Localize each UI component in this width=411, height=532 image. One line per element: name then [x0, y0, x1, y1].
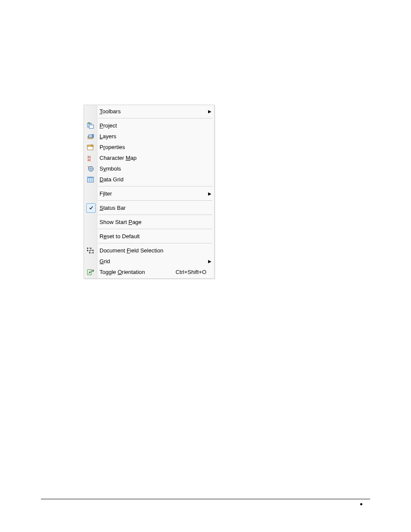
- menu-item-label: Toolbars: [100, 108, 206, 115]
- menu-item-layers[interactable]: Layers: [84, 131, 214, 142]
- svg-text:λΣ: λΣ: [87, 156, 91, 159]
- menu-item-status-bar[interactable]: Status Bar: [84, 202, 214, 213]
- menu-item-label: Layers: [100, 133, 206, 140]
- menu-separator: [98, 228, 214, 230]
- menu-item-shortcut: Ctrl+Shift+O: [168, 269, 206, 275]
- footer-bullet: [360, 503, 362, 505]
- submenu-arrow-icon: ▶: [208, 109, 212, 114]
- field-selection-icon: [87, 247, 94, 254]
- menu-item-doc-field-selection[interactable]: Document Field Selection: [84, 245, 214, 256]
- menu-item-reset-default[interactable]: Reset to Default: [84, 231, 214, 242]
- menu-separator: [98, 186, 214, 187]
- menu-item-project[interactable]: Project: [84, 120, 214, 131]
- menu-item-data-grid[interactable]: Data Grid: [84, 174, 214, 185]
- svg-text:λΣ: λΣ: [87, 159, 91, 162]
- menu-item-label: Character Map: [100, 155, 206, 161]
- svg-rect-15: [87, 248, 88, 249]
- toggle-orientation-icon: [87, 269, 94, 276]
- menu-separator: [98, 214, 214, 216]
- menu-item-label: Filter: [100, 190, 206, 197]
- menu-item-filter[interactable]: Filter ▶: [84, 188, 214, 199]
- svg-rect-2: [88, 122, 90, 124]
- menu-item-label: Show Start Page: [100, 219, 206, 225]
- submenu-arrow-icon: ▶: [208, 259, 212, 264]
- properties-icon: [87, 144, 94, 151]
- menu-item-label: Properties: [100, 144, 206, 150]
- svg-rect-18: [93, 250, 93, 251]
- menu-item-label: Symbols: [100, 165, 206, 172]
- svg-rect-20: [93, 252, 93, 253]
- svg-rect-17: [87, 250, 88, 251]
- menu-item-grid[interactable]: Grid ▶: [84, 256, 214, 267]
- svg-rect-14: [90, 250, 93, 253]
- menu-item-label: Status Bar: [100, 205, 206, 211]
- menu-item-toolbars[interactable]: Toolbars ▶: [84, 106, 214, 117]
- menu-item-label: Reset to Default: [100, 233, 206, 240]
- menu-item-label: Project: [100, 122, 206, 129]
- layers-icon: [87, 133, 94, 140]
- svg-rect-19: [89, 252, 90, 253]
- submenu-arrow-icon: ▶: [208, 192, 212, 196]
- character-map-icon: λΣλΣ: [87, 155, 94, 162]
- menu-item-label: Data Grid: [100, 176, 206, 183]
- menu-separator: [98, 118, 214, 119]
- menu-item-label: Document Field Selection: [100, 247, 206, 254]
- menu-item-character-map[interactable]: λΣλΣ Character Map: [84, 152, 214, 163]
- footer-rule: [41, 499, 370, 499]
- menu-item-label: Toggle Orientation: [100, 269, 168, 275]
- menu-separator: [98, 243, 214, 244]
- menu-separator: [98, 200, 214, 202]
- view-menu: Toolbars ▶ Project Layers Properties λΣλ…: [84, 105, 215, 279]
- menu-item-label: Grid: [100, 258, 206, 264]
- data-grid-icon: [87, 176, 94, 183]
- svg-rect-13: [87, 248, 91, 251]
- symbols-icon: [87, 165, 94, 172]
- project-icon: [87, 122, 94, 129]
- menu-item-symbols[interactable]: Symbols: [84, 163, 214, 174]
- menu-item-properties[interactable]: Properties: [84, 142, 214, 152]
- checkmark-icon: [86, 203, 96, 213]
- svg-rect-16: [90, 248, 91, 249]
- svg-rect-5: [92, 134, 93, 137]
- svg-rect-1: [89, 125, 93, 128]
- menu-item-show-start-page[interactable]: Show Start Page: [84, 217, 214, 227]
- menu-item-toggle-orientation[interactable]: Toggle Orientation Ctrl+Shift+O: [84, 267, 214, 277]
- svg-rect-12: [87, 177, 93, 178]
